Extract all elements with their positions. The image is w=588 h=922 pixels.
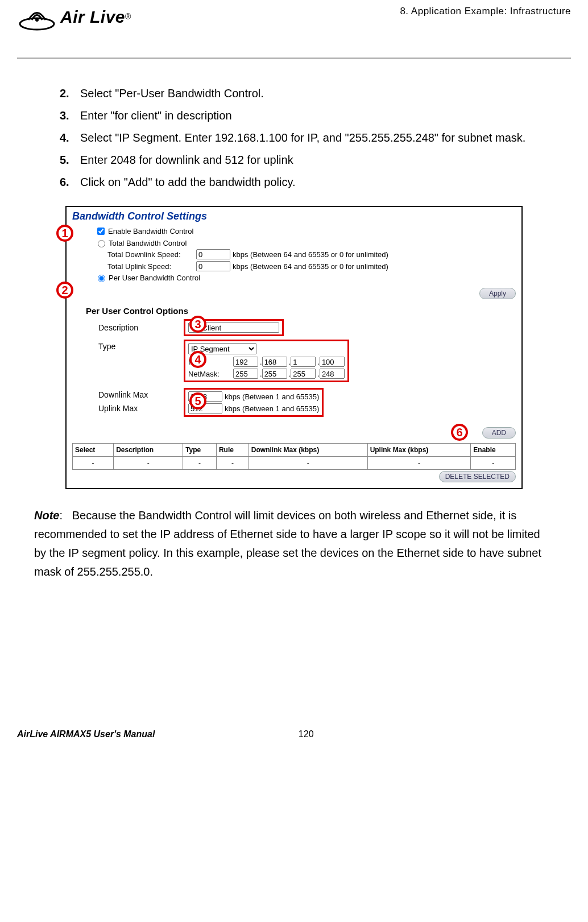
callout-badge-4: 4 (189, 351, 206, 368)
delete-selected-button[interactable]: DELETE SELECTED (439, 471, 516, 482)
th-uplink: Uplink Max (kbps) (367, 444, 471, 457)
policy-table: Select Description Type Rule Downlink Ma… (72, 443, 516, 470)
kbps-hint: kbps (Between 64 and 65535 or 0 for unli… (233, 262, 388, 271)
per-user-radio[interactable] (98, 275, 105, 282)
step-text: Enter 2048 for downlink and 512 for upli… (80, 151, 560, 169)
enable-label: Enable Bandwidth Control (108, 227, 193, 235)
step-number: 5. (60, 151, 80, 169)
th-select: Select (73, 444, 114, 457)
step-text: Select "Per-User Bandwidth Control. (80, 84, 560, 103)
note-label: Note (34, 509, 59, 522)
callout-badge-2: 2 (56, 282, 73, 299)
ip-octet-4[interactable] (320, 357, 345, 367)
footer-manual: AirLive AIRMAX5 User's Manual (17, 729, 155, 739)
th-rule: Rule (216, 444, 249, 457)
page-footer: AirLive AIRMAX5 User's Manual 120 (0, 729, 588, 750)
table-header-row: Select Description Type Rule Downlink Ma… (73, 444, 516, 457)
enable-checkbox[interactable] (97, 228, 105, 235)
add-button[interactable]: ADD (482, 427, 516, 439)
total-bw-radio[interactable] (98, 240, 105, 247)
uplink-speed-label: Total Uplink Speed: (107, 262, 196, 271)
step-number: 4. (60, 129, 80, 147)
th-downlink: Downlink Max (kbps) (249, 444, 367, 457)
breadcrumb: 8. Application Example: Infrastructure (400, 6, 571, 17)
th-description: Description (114, 444, 183, 457)
downlink-speed-input[interactable] (196, 249, 230, 259)
step-text: Select "IP Segment. Enter 192.168.1.100 … (80, 129, 560, 147)
cell: - (216, 457, 249, 470)
mask-octet-2[interactable] (262, 369, 287, 379)
kbps-hint: kbps (Between 64 and 65535 or 0 for unli… (233, 250, 388, 259)
logo-icon (17, 0, 57, 34)
mask-octet-4[interactable] (320, 369, 345, 379)
downlink-speed-label: Total Downlink Speed: (107, 250, 196, 259)
uplink-speed-row: Total Uplink Speed: kbps (Between 64 and… (107, 261, 516, 271)
cell: - (114, 457, 183, 470)
downlink-max-label: Downlink Max (98, 390, 184, 399)
trademark-icon: ® (125, 12, 131, 21)
cell: - (367, 457, 471, 470)
table-row: - - - - - - - (73, 457, 516, 470)
mask-octet-1[interactable] (233, 369, 258, 379)
cell: - (183, 457, 217, 470)
uplink-max-label: Uplink Max (98, 404, 184, 413)
downlink-speed-row: Total Downlink Speed: kbps (Between 64 a… (107, 249, 516, 259)
note-text: Because the Bandwidth Control will limit… (34, 509, 541, 578)
per-user-label: Per User Bandwidth Control (109, 274, 200, 282)
uplink-speed-input[interactable] (196, 261, 230, 271)
type-label: Type (98, 340, 184, 351)
page-header: 8. Application Example: Infrastructure A… (17, 0, 571, 59)
step-number: 2. (60, 84, 80, 103)
ip-octet-1[interactable] (233, 357, 258, 367)
th-type: Type (183, 444, 217, 457)
note-block: Note: Because the Bandwidth Control will… (34, 506, 554, 581)
cell: - (249, 457, 367, 470)
callout-badge-1: 1 (56, 225, 73, 242)
kbps-hint2: kbps (Between 1 and 65535) (225, 404, 319, 413)
logo: Air Live® (17, 0, 131, 34)
panel-title: Bandwidth Control Settings (72, 210, 516, 222)
steps-list: 2.Select "Per-User Bandwidth Control. 3.… (60, 84, 560, 192)
step-number: 6. (60, 173, 80, 192)
kbps-hint2: kbps (Between 1 and 65535) (225, 392, 319, 401)
step-text: Enter "for client" in description (80, 106, 560, 125)
total-bw-row: Total Bandwidth Control (95, 238, 516, 247)
ip-octet-3[interactable] (291, 357, 316, 367)
cell: - (73, 457, 114, 470)
callout-badge-3: 3 (189, 316, 206, 333)
enable-row: Enable Bandwidth Control (95, 226, 516, 237)
ip-octet-2[interactable] (262, 357, 287, 367)
callout-badge-5: 5 (189, 392, 206, 410)
apply-button[interactable]: Apply (479, 288, 516, 299)
callout-badge-6: 6 (451, 424, 468, 441)
netmask-label: NetMask: (188, 370, 231, 378)
cell: - (471, 457, 516, 470)
description-label: Description (98, 323, 184, 332)
total-bw-label: Total Bandwidth Control (109, 239, 187, 247)
mask-octet-3[interactable] (291, 369, 316, 379)
step-text: Click on "Add" to add the bandwidth poli… (80, 173, 560, 192)
footer-page-number: 120 (299, 729, 314, 739)
per-user-row: Per User Bandwidth Control (95, 273, 516, 282)
svg-point-1 (35, 18, 39, 22)
options-heading: Per User Control Options (86, 306, 516, 316)
step-number: 3. (60, 106, 80, 125)
settings-panel: Bandwidth Control Settings 1 Enable Band… (65, 206, 523, 489)
th-enable: Enable (471, 444, 516, 457)
logo-text: Air Live (60, 7, 125, 26)
